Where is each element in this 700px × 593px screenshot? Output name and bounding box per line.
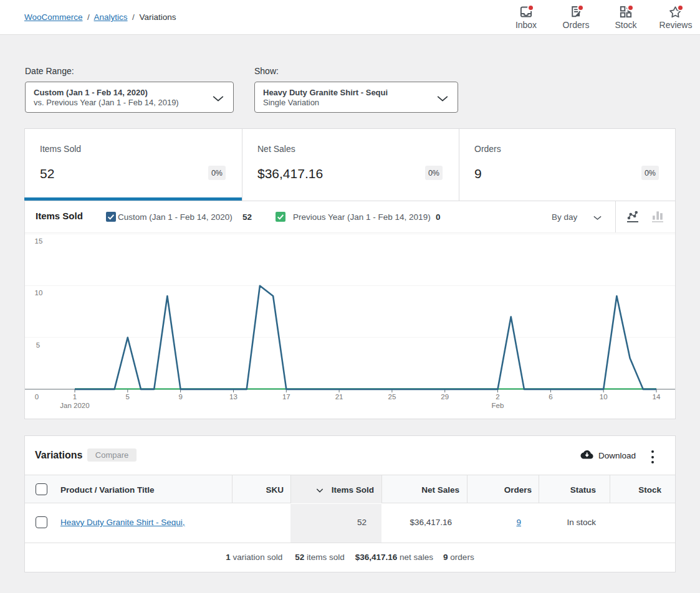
svg-text:21: 21 [335, 393, 343, 401]
svg-text:6: 6 [549, 393, 552, 401]
svg-text:2: 2 [496, 393, 499, 401]
svg-text:5: 5 [126, 393, 130, 401]
svg-text:5: 5 [36, 341, 40, 349]
svg-text:1: 1 [73, 393, 77, 401]
svg-text:29: 29 [441, 393, 449, 401]
svg-text:9: 9 [178, 393, 182, 401]
svg-text:25: 25 [388, 393, 396, 401]
svg-text:10: 10 [600, 393, 608, 401]
svg-text:Jan 2020: Jan 2020 [60, 402, 89, 409]
svg-text:15: 15 [35, 237, 43, 245]
svg-text:17: 17 [282, 393, 290, 401]
svg-text:14: 14 [653, 393, 661, 401]
svg-text:13: 13 [229, 393, 237, 401]
svg-text:Feb: Feb [492, 402, 504, 409]
svg-text:0: 0 [35, 393, 39, 401]
svg-text:10: 10 [35, 289, 43, 296]
